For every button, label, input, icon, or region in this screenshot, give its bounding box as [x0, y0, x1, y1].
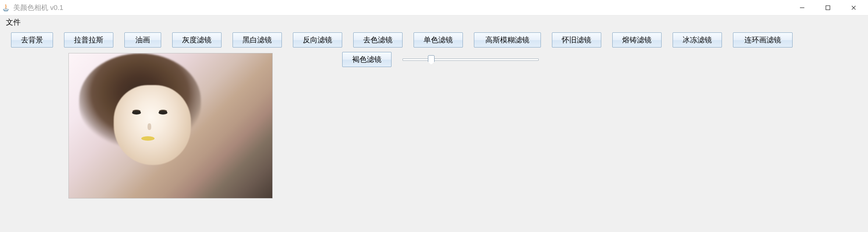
sepia-filter-button[interactable]: 褐色滤镜	[342, 52, 392, 67]
image-preview	[68, 53, 273, 198]
svg-rect-3	[826, 6, 830, 10]
comic-filter-button[interactable]: 连环画滤镜	[733, 32, 793, 48]
window-controls	[789, 0, 867, 15]
intensity-slider[interactable]	[403, 53, 539, 66]
svg-point-1	[4, 10, 8, 11]
freeze-filter-button[interactable]: 冰冻滤镜	[673, 32, 722, 48]
oil-painting-button[interactable]: 油画	[124, 32, 161, 48]
portrait-eye-left	[132, 111, 141, 115]
close-button[interactable]	[841, 0, 867, 15]
nostalgia-filter-button[interactable]: 怀旧滤镜	[552, 32, 601, 48]
menu-file[interactable]: 文件	[4, 17, 23, 28]
molten-filter-button[interactable]: 熔铸滤镜	[612, 32, 662, 48]
invert-filter-button[interactable]: 反向滤镜	[293, 32, 342, 48]
slider-track	[403, 59, 539, 61]
gaussian-blur-filter-button[interactable]: 高斯模糊滤镜	[474, 32, 541, 48]
titlebar: 美颜色相机 v0.1	[0, 0, 868, 15]
slider-thumb[interactable]	[428, 55, 435, 65]
black-white-filter-button[interactable]: 黑白滤镜	[233, 32, 282, 48]
window-title: 美颜色相机 v0.1	[13, 3, 789, 13]
monochrome-filter-button[interactable]: 单色滤镜	[414, 32, 463, 48]
remove-background-button[interactable]: 去背景	[11, 32, 53, 48]
grayscale-filter-button[interactable]: 灰度滤镜	[172, 32, 222, 48]
maximize-button[interactable]	[815, 0, 841, 15]
filter-toolbar-row-2: 褐色滤镜	[331, 50, 868, 68]
menubar: 文件	[0, 15, 868, 29]
laplacian-button[interactable]: 拉普拉斯	[64, 32, 113, 48]
java-app-icon	[1, 3, 10, 12]
portrait-overlay	[114, 85, 191, 165]
desaturate-filter-button[interactable]: 去色滤镜	[353, 32, 403, 48]
portrait-nose	[148, 123, 151, 130]
minimize-button[interactable]	[789, 0, 815, 15]
portrait-lips	[141, 136, 155, 141]
filter-toolbar: 去背景 拉普拉斯 油画 灰度滤镜 黑白滤镜 反向滤镜 去色滤镜 单色滤镜 高斯模…	[0, 29, 868, 50]
portrait-eye-right	[159, 111, 167, 115]
